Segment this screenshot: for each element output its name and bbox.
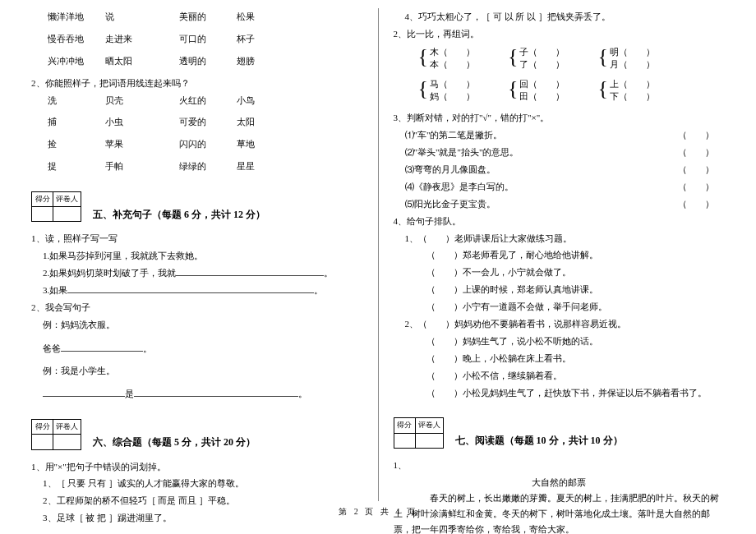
section-7-header: 得分评卷人 七、阅读题（每题 10 分，共计 10 分） [394, 409, 726, 451]
sort-1: 1、（ ）老师讲课后让大家做练习题。 [405, 230, 726, 247]
read-num: 1、 [394, 457, 726, 474]
q5-2-ex: 例：妈妈洗衣服。 [43, 316, 363, 334]
sort-item: （ ）小宁有一道题不会做，举手问老师。 [426, 298, 726, 315]
char: 上（ ） [610, 78, 655, 90]
q6-1-3: 3、足球［ 被 把 ］踢进湖里了。 [43, 509, 363, 527]
section-7-title: 七、阅读题（每题 10 分，共计 10 分） [455, 431, 623, 452]
sort-item: （ ）晚上，小松躺在床上看书。 [426, 350, 726, 367]
read-body: 春天的树上，长出嫩嫩的芽瓣。夏天的树上，挂满肥肥的叶片。秋天的树上，树叶涂满鲜红… [394, 490, 726, 534]
char: 木（ ） [430, 46, 475, 58]
cell: 贝壳 [105, 92, 179, 109]
brace-icon: { [418, 46, 428, 71]
paren: （ ） [675, 161, 717, 178]
match-row-3: 捉 手帕 绿绿的 星星 [48, 158, 363, 175]
match-row-2: 捡 苹果 闪闪的 草地 [48, 136, 363, 153]
brace-icon: { [508, 78, 518, 104]
q5-1-3: 3.如果。 [43, 282, 363, 299]
pair-group-1: {木（ ）本（ ） {子（ ）了（ ） {明（ ）月（ ） [418, 46, 726, 71]
cell: 火红的 [179, 92, 237, 109]
cell: 懒洋洋地 [48, 8, 105, 25]
grader-label: 评卷人 [53, 420, 81, 435]
q6-1-1: 1、［ 只要 只有 ］诚实的人才能赢得大家的尊敬。 [43, 475, 363, 492]
score-box: 得分评卷人 [394, 417, 444, 448]
r-q4-head: 4、给句子排队。 [394, 213, 726, 230]
cell: 透明的 [179, 53, 237, 70]
judge-item: ⑷《静夜思》是李白写的。（ ） [405, 178, 726, 196]
match-row-0: 洗 贝壳 火红的 小鸟 [48, 92, 363, 109]
cell: 可爱的 [179, 113, 237, 131]
blank [61, 341, 143, 352]
sort-item: （ ）上课的时候，郑老师认真地讲课。 [426, 281, 726, 298]
sort-item: （ ）郑老师看见了，耐心地给他讲解。 [426, 246, 726, 264]
paren: （ ） [675, 178, 717, 196]
cell: 星星 [237, 158, 286, 175]
cell: 苹果 [105, 136, 179, 153]
paren: （ ） [675, 196, 717, 213]
judge-item: ⑵"举头"就是"抬头"的意思。（ ） [405, 144, 726, 161]
cell: 捕 [48, 113, 105, 131]
pair: {子（ ）了（ ） [508, 46, 565, 71]
blank [134, 386, 298, 397]
word-row-2: 兴冲冲地 晒太阳 透明的 翅膀 [48, 53, 363, 70]
char: 子（ ） [519, 46, 565, 58]
char: 了（ ） [519, 58, 565, 71]
pair: {木（ ）本（ ） [418, 46, 475, 71]
blank [176, 265, 324, 276]
pair: {马（ ）妈（ ） [418, 78, 475, 104]
section-5-title: 五、补充句子（每题 6 分，共计 12 分） [93, 205, 265, 226]
cell: 洗 [48, 92, 105, 109]
pair-group-2: {马（ ）妈（ ） {回（ ）田（ ） {上（ ）下（ ） [418, 78, 726, 104]
judge-item: ⑶弯弯的月儿像圆盘。（ ） [405, 161, 726, 178]
char: 田（ ） [519, 90, 565, 103]
q5-1-2: 2.如果妈妈切菜时划破了手，我就。 [43, 265, 363, 282]
cell: 慢吞吞地 [48, 30, 105, 48]
brace-icon: { [597, 46, 607, 71]
cell: 松果 [237, 8, 286, 25]
cell: 绿绿的 [179, 158, 237, 175]
sort-item: （ ）小松见妈妈生气了，赶快放下书，并保证以后不躺着看书了。 [426, 384, 726, 402]
score-box: 得分评卷人 [31, 191, 81, 222]
score-label: 得分 [32, 420, 53, 435]
score-cell [32, 435, 53, 449]
cell: 说 [105, 8, 179, 25]
cell: 捡 [48, 136, 105, 153]
q5-2-ex2: 例：我是小学生。 [43, 362, 363, 380]
q2-head: 2、你能照样子，把词语用线连起来吗？ [31, 75, 363, 92]
text: 爸爸 [43, 343, 61, 353]
read-title: 大自然的邮票 [394, 474, 726, 491]
cell: 可口的 [179, 30, 237, 48]
sort-item: （ ）不一会儿，小宁就会做了。 [426, 264, 726, 281]
cell: 闪闪的 [179, 136, 237, 153]
brace-icon: { [418, 78, 428, 104]
q6-1-2: 2、工程师架的桥不但轻巧［ 而是 而且 ］平稳。 [43, 492, 363, 509]
char: 妈（ ） [430, 90, 475, 103]
char: 明（ ） [610, 46, 655, 58]
char: 月（ ） [610, 58, 655, 71]
paren: （ ） [675, 144, 717, 161]
text: 3.如果 [43, 285, 67, 295]
text: 是 [125, 389, 134, 398]
blank [67, 283, 314, 293]
q5-2-shi: 是。 [43, 385, 363, 403]
cell: 捉 [48, 158, 105, 175]
cell: 小鸟 [237, 92, 286, 109]
cell: 杯子 [237, 30, 286, 48]
r-q2-head: 2、比一比，再组词。 [394, 25, 726, 43]
char: 本（ ） [430, 58, 475, 71]
section-6-header: 得分评卷人 六、综合题（每题 5 分，共计 20 分） [31, 411, 363, 453]
score-label: 得分 [32, 192, 53, 207]
text: ⑴"车"的第二笔是撇折。 [405, 127, 503, 144]
cell: 小虫 [105, 113, 179, 131]
score-box: 得分评卷人 [31, 419, 81, 449]
section-6-title: 六、综合题（每题 5 分，共计 20 分） [93, 433, 256, 453]
section-5-header: 得分评卷人 五、补充句子（每题 6 分，共计 12 分） [31, 183, 363, 225]
word-row-1: 慢吞吞地 走进来 可口的 杯子 [48, 30, 363, 48]
sort-item: （ ）妈妈生气了，说小松不听她的话。 [426, 333, 726, 350]
right-column: 4、巧巧太粗心了，［ 可 以 所 以 ］把钱夹弄丢了。 2、比一比，再组词。 {… [379, 8, 740, 501]
text: 2.如果妈妈切菜时划破了手，我就 [43, 268, 176, 278]
grader-label: 评卷人 [53, 192, 81, 207]
judge-item: ⑸阳光比金子更宝贵。（ ） [405, 196, 726, 213]
judge-item: ⑴"车"的第二笔是撇折。（ ） [405, 127, 726, 144]
cell: 走进来 [105, 30, 179, 48]
grader-cell [53, 435, 81, 449]
